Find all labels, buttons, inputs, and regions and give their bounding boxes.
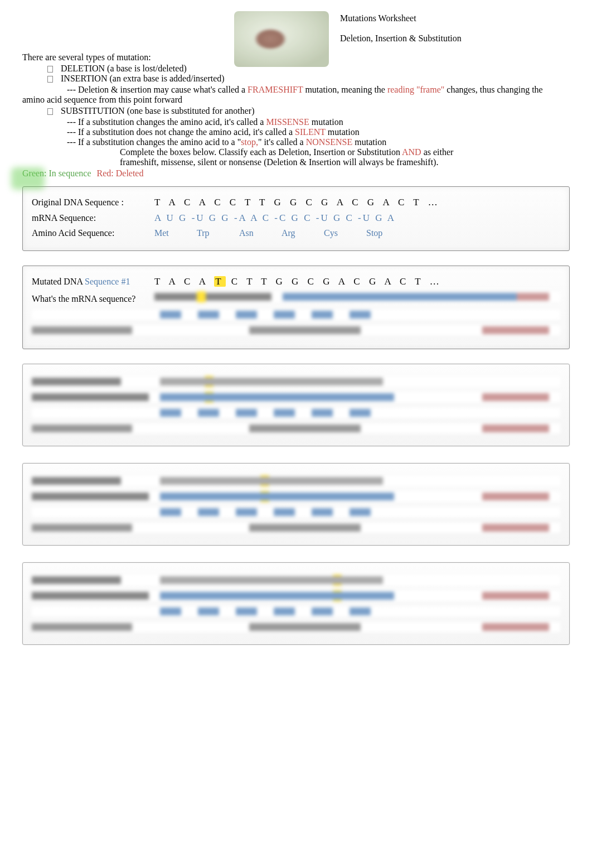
- missense-post: mutation: [309, 117, 343, 127]
- nonsense-mid: " it's called a: [258, 137, 306, 147]
- mut1-q1-answer-blur: [154, 292, 560, 302]
- intro-block: There are several types of mutation: DEL…: [22, 52, 570, 179]
- bullet-insertion: INSERTION (an extra base is added/insert…: [47, 74, 570, 84]
- mut1-q1: What's the mRNA sequence?: [32, 294, 154, 304]
- missense-pre: --- If a substitution changes the amino …: [67, 117, 266, 127]
- aa-codons: Met Trp Asn Arg Cys Stop: [154, 228, 389, 238]
- instr-a: Complete the boxes below.: [120, 147, 219, 157]
- codon-arg: Arg: [282, 228, 304, 238]
- watermark-blur: [11, 167, 45, 190]
- nonsense-line: --- If a substitution changes the amino …: [67, 137, 570, 147]
- mut1-dna-label: Mutated DNA Sequence #1: [32, 277, 154, 287]
- mut1-dna-post: C T T G G C G A C G A C T …: [226, 276, 443, 287]
- page-subtitle: Deletion, Insertion & Substitution: [340, 33, 462, 44]
- instructions-line1: Complete the boxes below. Classify each …: [120, 147, 570, 157]
- instr-b: Classify each as Deletion, Insertion or …: [219, 147, 402, 157]
- mrna-seq: A U G -U G G -A A C -C G C -U G C -U G A: [154, 213, 396, 224]
- missense-line: --- If a substitution changes the amino …: [67, 117, 570, 127]
- silent-line: --- If a substitution does not change th…: [67, 127, 570, 137]
- frameshift-mid2: changes, thus changing the: [444, 85, 542, 94]
- page-title: Mutations Worksheet: [340, 13, 462, 23]
- aa-label: Amino Acid Sequence:: [32, 228, 154, 238]
- mutation-4-box-blur: [22, 562, 570, 645]
- mut1-dna-pre: T A C A: [154, 276, 214, 287]
- mutation-2-box-blur: [22, 364, 570, 446]
- mut1-foot-blur: [32, 325, 560, 335]
- mut1-dna-seq: T A C A T C T T G G C G A C G A C T …: [154, 276, 443, 287]
- frameshift-pre: --- Deletion & insertion may cause what'…: [67, 85, 248, 94]
- codon-trp: Trp: [197, 228, 219, 238]
- mut1-label-b: Sequence #1: [85, 277, 130, 286]
- mutation-3-box-blur: [22, 463, 570, 546]
- legend: Green: In sequence Red: Deleted: [22, 168, 570, 179]
- bullet-substitution: SUBSTITUTION (one base is substituted fo…: [47, 106, 570, 116]
- header-image: [234, 11, 329, 67]
- frameshift-line2: amino acid sequence from this point forw…: [22, 95, 570, 105]
- codon-cys: Cys: [324, 228, 346, 238]
- codon-met: Met: [154, 228, 177, 238]
- orig-dna-label: Original DNA Sequence :: [32, 197, 154, 208]
- instructions-line2: frameshift, missense, silent or nonsense…: [120, 157, 570, 167]
- mut1-label-a: Mutated DNA: [32, 277, 85, 286]
- instr-and: AND: [402, 147, 421, 157]
- mut1-dna-highlight: T: [214, 276, 225, 287]
- frameshift-mid1: mutation, meaning the: [303, 85, 387, 94]
- mutation-1-box: Mutated DNA Sequence #1 T A C A T C T T …: [22, 266, 570, 349]
- frameshift-quote: reading "frame": [387, 85, 444, 94]
- frameshift-word: FRAMESHIFT: [248, 85, 303, 94]
- nonsense-word: NONSENSE: [306, 137, 353, 147]
- nonsense-stop: stop,: [241, 137, 258, 147]
- nonsense-post: mutation: [352, 137, 386, 147]
- orig-dna-seq: T A C A C C T T G G C G A C G A C T …: [154, 197, 441, 208]
- legend-red: Red: Deleted: [97, 168, 144, 178]
- silent-post: mutation: [326, 127, 360, 137]
- mrna-label: mRNA Sequence:: [32, 213, 154, 223]
- instr-d: as either: [421, 147, 454, 157]
- silent-pre: --- If a substitution does not change th…: [67, 127, 295, 137]
- silent-word: SILENT: [295, 127, 326, 137]
- frameshift-line1: --- Deletion & insertion may cause what'…: [67, 85, 570, 95]
- nonsense-pre: --- If a substitution changes the amino …: [67, 137, 241, 147]
- missense-word: MISSENSE: [266, 117, 309, 127]
- mut1-codons-blur: [32, 310, 560, 320]
- codon-stop: Stop: [366, 228, 389, 238]
- reference-box: Original DNA Sequence : T A C A C C T T …: [22, 186, 570, 251]
- codon-asn: Asn: [239, 228, 261, 238]
